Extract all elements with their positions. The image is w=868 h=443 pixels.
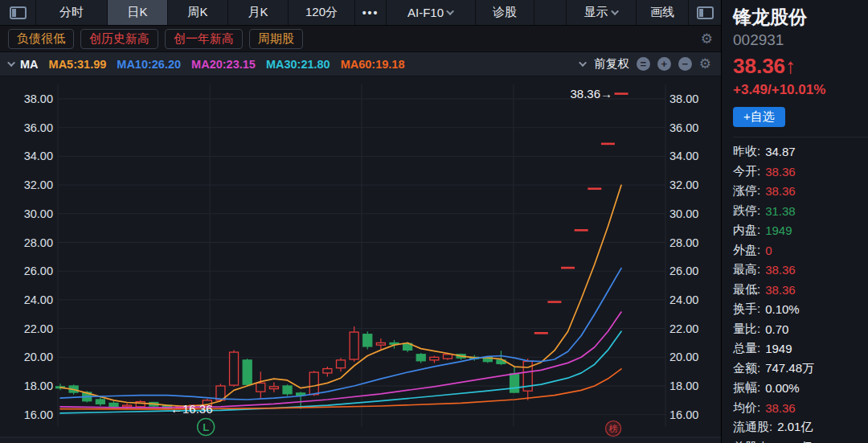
stat-label: 内盘: (733, 223, 760, 238)
stat-label: 总量: (733, 341, 760, 356)
toolbar-spacer (534, 0, 566, 25)
stat-row-换手: 换手:0.10% (733, 300, 862, 320)
stat-value: 38.36 (765, 263, 796, 277)
tag-low-debt[interactable]: 负债很低 (8, 29, 74, 49)
tags-settings-gear-icon[interactable]: ⚙ (701, 32, 713, 46)
stat-label: 跌停: (733, 203, 760, 219)
add-to-watchlist-button[interactable]: +自选 (733, 107, 785, 127)
tab-120min[interactable]: 120分 (289, 0, 354, 25)
stat-row-内盘: 内盘:1949 (733, 221, 862, 241)
y-axis-label-right: 30.00 (669, 207, 698, 220)
chevron-down-icon (611, 7, 619, 15)
y-axis-label-right: 20.00 (669, 351, 698, 363)
candle-body (350, 332, 358, 359)
candle-body (256, 383, 265, 392)
candle-body (283, 386, 292, 394)
current-price: 38.36↑ (733, 54, 868, 79)
ma-group-label: MA (20, 58, 39, 71)
right-panel-toggle-button[interactable] (689, 0, 721, 25)
y-axis-label-left: 24.00 (24, 293, 53, 306)
stat-value: 34.87 (765, 145, 796, 158)
candle-body (109, 403, 118, 406)
ma-line-ma30 (60, 331, 621, 413)
chevron-down-icon (7, 59, 15, 67)
low-point-marker-letter: L (203, 421, 209, 433)
stat-row-外盘: 外盘:0 (733, 240, 862, 260)
y-axis-label-right: 38.00 (669, 92, 698, 105)
stat-label: 量比: (733, 322, 760, 337)
tab-daily-k-label: 日K (127, 5, 147, 20)
stat-value: 38.36 (765, 184, 796, 198)
y-axis-label-right: 32.00 (669, 178, 698, 191)
display-dropdown[interactable]: 显示 (567, 0, 636, 25)
candle-body (430, 357, 439, 360)
tag-one-year-high[interactable]: 创一年新高 (165, 29, 243, 49)
stat-row-昨收: 昨收:34.87 (733, 142, 862, 162)
candle-body (376, 343, 385, 345)
zoom-out-icon[interactable]: − (678, 57, 692, 71)
ma-indicator-bar: MA MA5:31.99MA10:26.20MA20:23.15MA30:21.… (0, 52, 721, 76)
tab-daily-k[interactable]: 日K (108, 0, 167, 25)
chart-settings-gear-icon[interactable]: ⚙ (699, 57, 711, 71)
fit-scale-icon[interactable]: = (637, 57, 650, 71)
left-panel-toggle-icon (10, 6, 27, 19)
stat-label: 今开: (733, 164, 760, 179)
stat-row-流通股: 流通股:2.01亿 (733, 418, 862, 438)
tab-weekly-k[interactable]: 周K (168, 0, 227, 25)
more-periods-button-label: ••• (362, 6, 379, 19)
stat-row-金额: 金额:747.48万 (733, 359, 862, 379)
stat-row-振幅: 振幅:0.00% (733, 379, 862, 399)
ma-group-toggle[interactable]: MA (10, 58, 39, 71)
stat-value: 31.38 (765, 204, 796, 218)
tab-monthly-k[interactable]: 月K (228, 0, 288, 25)
tab-120min-label: 120分 (305, 5, 338, 20)
candle-body (243, 360, 252, 384)
tab-time-share[interactable]: 分时 (36, 0, 107, 25)
candle-body (269, 387, 278, 389)
zoom-in-icon[interactable]: + (657, 57, 671, 71)
y-axis-label-left: 28.00 (24, 236, 53, 249)
more-periods-button[interactable]: ••• (355, 0, 386, 25)
y-axis-label-left: 36.00 (24, 121, 53, 134)
stat-label: 最低: (733, 282, 760, 297)
ma-value-ma5: MA5:31.99 (49, 58, 107, 71)
candlestick-chart[interactable]: 38.0038.0036.0036.0034.0034.0032.0032.00… (0, 76, 721, 443)
diagnose-stock-button-label: 诊股 (493, 5, 517, 20)
ai-f10-dropdown-label: AI-F10 (407, 6, 444, 19)
stat-value: 38.36 (765, 165, 796, 178)
stat-row-均价: 均价:38.36 (733, 398, 862, 418)
candle-body (337, 360, 346, 368)
y-axis-label-right: 26.00 (669, 265, 698, 277)
y-axis-label-left: 32.00 (24, 178, 53, 191)
y-axis-label-left: 20.00 (24, 351, 53, 363)
right-panel-toggle-icon (697, 6, 714, 19)
adjust-mode-dropdown[interactable]: 前复权 (594, 56, 629, 72)
ma-value-ma30: MA30:21.80 (266, 58, 330, 71)
stat-label: 涨停: (733, 183, 760, 199)
last-price-annotation: 38.36→ (570, 87, 612, 100)
tag-cyclical-stock[interactable]: 周期股 (249, 29, 303, 49)
stat-label: 换手: (733, 301, 760, 317)
left-panel-toggle-button[interactable] (0, 0, 35, 25)
stat-label: 外盘: (733, 243, 760, 258)
ma-value-ma10: MA10:26.20 (117, 58, 181, 71)
tag-all-time-high[interactable]: 创历史新高 (80, 29, 158, 49)
y-axis-label-right: 28.00 (669, 236, 698, 249)
stat-row-跌停: 跌停:31.38 (733, 201, 862, 221)
y-axis-label-right: 18.00 (669, 379, 698, 392)
y-axis-label-left: 18.00 (24, 379, 53, 392)
y-axis-label-left: 16.00 (24, 408, 53, 421)
y-axis-label-left: 34.00 (24, 150, 53, 162)
kline-svg: 38.0038.0036.0036.0034.0034.0032.0032.00… (0, 76, 721, 443)
y-axis-label-left: 26.00 (24, 265, 53, 277)
ai-f10-dropdown[interactable]: AI-F10 (387, 0, 475, 25)
quote-side-panel: 锋龙股份 002931 38.36↑ +3.49/+10.01% +自选 昨收:… (721, 0, 868, 443)
display-dropdown-label: 显示 (584, 5, 608, 20)
stat-row-总股本: 总股本:2.19亿 (733, 437, 862, 443)
stat-row-涨停: 涨停:38.36 (733, 182, 862, 202)
candle-body (416, 355, 425, 361)
diagnose-stock-button[interactable]: 诊股 (476, 0, 534, 25)
draw-line-button[interactable]: 画线 (637, 0, 688, 25)
quote-stats-list: 昨收:34.87今开:38.36涨停:38.36跌停:31.38内盘:1949外… (733, 137, 868, 443)
stock-code: 002931 (733, 31, 868, 49)
